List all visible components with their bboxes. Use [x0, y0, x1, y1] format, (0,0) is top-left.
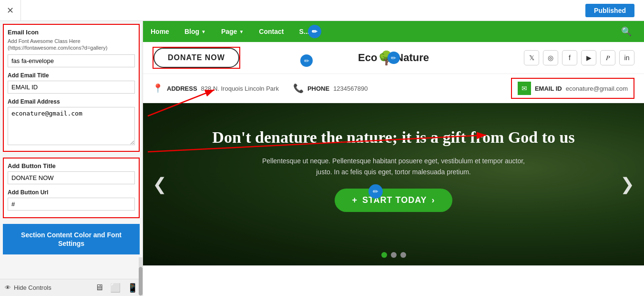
donate-button[interactable]: DONATE NOW	[153, 48, 239, 68]
hero-dot-2[interactable]	[391, 252, 397, 258]
left-panel: Email Icon Add Font Awesome Class Here (…	[0, 21, 143, 296]
nav-home[interactable]: Home	[143, 21, 177, 42]
email-icon-box: ✉	[518, 82, 531, 95]
nav-edit-icon[interactable]: ✏	[308, 25, 321, 38]
hero-section: ✏ ❮ ❯ Don't denature the nature; it is a…	[143, 103, 644, 265]
close-icon: ✕	[7, 5, 14, 16]
hero-title: Don't denature the nature; it is a gift …	[200, 127, 587, 148]
donate-button-container: DONATE NOW	[153, 47, 240, 69]
hero-subtitle: Pellentesque ut neque. Pellentesque habi…	[260, 156, 527, 177]
address-label: ADDRESS	[167, 85, 197, 92]
contact-email-item: ✉ EMAIL ID econature@gmail.com	[511, 78, 634, 99]
email-address-textarea[interactable]: econature@gmail.com	[8, 107, 135, 145]
button-title-label: Add Button Title	[8, 162, 135, 169]
instagram-icon[interactable]: ◎	[543, 50, 558, 65]
eye-icon: 👁	[5, 284, 11, 291]
desktop-view-icon[interactable]: 🖥	[95, 283, 103, 293]
hero-content: Don't denature the nature; it is a gift …	[143, 103, 644, 226]
phone-label: PHONE	[307, 85, 329, 92]
nav-items: Home Blog ▼ Page ▼ Contact S... ✏ 🔍	[143, 21, 644, 42]
bottom-controls: 👁 Hide Controls 🖥 ⬜ 📱	[0, 279, 143, 296]
nav-bar: Home Blog ▼ Page ▼ Contact S... ✏ 🔍	[143, 21, 644, 42]
close-button[interactable]: ✕	[0, 0, 21, 21]
facebook-icon[interactable]: f	[562, 50, 577, 65]
hero-dots	[381, 252, 406, 258]
preview-header: DONATE NOW ✏ Eco 🌳 Nature ✏ 𝕏	[143, 42, 644, 74]
preview-area: DONATE NOW ✏ Eco 🌳 Nature ✏ 𝕏	[143, 42, 644, 296]
email-label: EMAIL ID	[535, 85, 562, 92]
published-button[interactable]: Published	[585, 4, 634, 17]
hero-next-button[interactable]: ❯	[615, 169, 639, 199]
email-icon-section: Email Icon Add Font Awesome Class Here (…	[3, 24, 140, 152]
hero-cta-button[interactable]: + START TODAY ›	[335, 189, 452, 212]
contact-bar: 📍 ADDRESS 828 N. Iroquois Lincoln Park 📞…	[143, 74, 644, 103]
button-url-input[interactable]	[8, 198, 135, 211]
email-address-label: Add Email Address	[8, 98, 135, 105]
social-icons: 𝕏 ◎ f ▶ 𝑃 in	[524, 50, 634, 65]
address-icon: 📍	[153, 83, 163, 94]
hide-controls-button[interactable]: 👁 Hide Controls	[5, 284, 51, 291]
donate-edit-icon[interactable]: ✏	[300, 54, 313, 67]
email-title-input[interactable]	[8, 81, 135, 94]
hero-dot-3[interactable]	[400, 252, 406, 258]
linkedin-icon[interactable]: in	[619, 50, 634, 65]
hero-prev-button[interactable]: ❮	[148, 169, 172, 199]
address-value: 828 N. Iroquois Lincoln Park	[201, 85, 279, 92]
contact-address-item: 📍 ADDRESS 828 N. Iroquois Lincoln Park	[153, 83, 279, 94]
view-icons: 🖥 ⬜ 📱	[95, 283, 138, 293]
logo-eco: Eco	[358, 52, 377, 64]
top-bar: ✕ Published	[0, 0, 644, 21]
youtube-icon[interactable]: ▶	[581, 50, 596, 65]
email-value: econature@gmail.com	[566, 85, 628, 92]
cta-prefix: +	[352, 195, 358, 205]
button-section: Add Button Title Add Button Url	[3, 158, 140, 218]
email-icon-hint: Add Font Awesome Class Here (https://fon…	[8, 38, 135, 52]
button-url-label: Add Button Url	[8, 189, 135, 196]
nav-page[interactable]: Page ▼	[214, 21, 251, 42]
email-icon-input[interactable]	[8, 54, 135, 67]
hide-controls-label: Hide Controls	[14, 284, 51, 291]
section-color-button[interactable]: Section Content Color and Font Settings	[3, 224, 140, 254]
contact-phone-item: 📞 PHONE 1234567890	[293, 83, 368, 94]
nav-search-icon[interactable]: 🔍	[616, 26, 636, 37]
nav-s[interactable]: S... ✏	[291, 21, 317, 42]
logo-nature: Nature	[396, 52, 429, 64]
hero-edit-icon[interactable]: ✏	[368, 184, 383, 199]
mobile-view-icon[interactable]: 📱	[127, 283, 138, 293]
phone-value: 1234567890	[333, 85, 368, 92]
logo-edit-icon[interactable]: ✏	[388, 52, 400, 64]
pinterest-icon[interactable]: 𝑃	[600, 50, 615, 65]
nav-contact[interactable]: Contact	[251, 21, 291, 42]
email-title-label: Add Email Title	[8, 72, 135, 79]
email-icon-label: Email Icon	[8, 29, 135, 36]
phone-icon: 📞	[293, 83, 304, 94]
twitter-icon[interactable]: 𝕏	[524, 50, 539, 65]
hero-dot-1[interactable]	[381, 252, 387, 258]
nav-blog[interactable]: Blog ▼	[177, 21, 214, 42]
button-title-input[interactable]	[8, 171, 135, 184]
cta-suffix: ›	[432, 195, 435, 205]
tablet-view-icon[interactable]: ⬜	[110, 283, 121, 293]
